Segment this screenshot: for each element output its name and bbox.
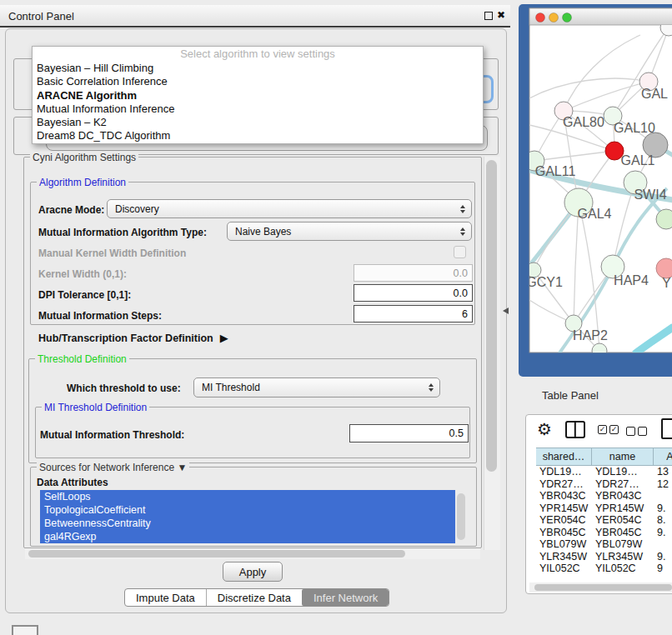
settings-vertical-scrollbar-thumb[interactable] [486,160,497,472]
apply-button[interactable]: Apply [223,562,283,582]
node-label: GAL11 [535,164,576,178]
list-item[interactable]: SelfLoops [40,490,455,503]
unselect-all-checkbox-icon[interactable] [638,427,647,436]
close-traffic-light[interactable] [536,13,545,22]
list-item[interactable]: BetweennessCentrality [40,517,455,530]
table-row[interactable]: YDL19…YDL19…13 [536,466,672,478]
table-row[interactable]: YDR27…YDR27…12 [536,478,672,491]
table-row[interactable]: YIL052CYIL052C9 [536,562,672,574]
column-header[interactable]: name [592,448,654,466]
minimized-panel-icon[interactable] [12,625,38,635]
network-view-window[interactable]: GALGAL80GAL10GAL11SWI4GAL4GCY1HAP4YHAP2G… [519,4,672,377]
table-cell: 8. [654,514,672,527]
table-cell: YBL079W [536,538,592,551]
mi-threshold-field[interactable]: 0.5 [349,424,469,442]
node-label: GCY1 [526,275,563,289]
column-header[interactable]: A [654,448,672,466]
dropdown-prompt: Select algorithm to view settings [33,47,483,62]
minimize-traffic-light[interactable] [549,13,559,22]
mi-algorithm-type-combobox[interactable]: Naive Bayes [227,222,472,241]
tab-infer-network[interactable]: Infer Network [302,589,389,606]
combobox-value: MI Threshold [202,382,260,393]
table-row[interactable]: YBR045CYBR045C9. [536,527,672,539]
tab-label: Impute Data [136,592,195,604]
group-legend: Threshold Definition [35,353,129,365]
table-cell: 9. [654,551,672,563]
select-all-checkbox-icon[interactable]: ✓ [609,425,619,434]
bottom-tabbar: Impute Data Discretize Data Infer Networ… [124,588,389,607]
hub-transcription-factor-toggle[interactable]: Hub/Transcription Factor Definition▶ [38,332,228,344]
import-table-icon[interactable] [661,418,672,439]
table-cell: 12 [654,478,672,491]
stepper-arrows-icon [429,383,434,392]
dropdown-item-aracne[interactable]: ARACNE Algorithm [33,89,483,102]
aracne-mode-combobox[interactable]: Discovery [107,199,472,218]
table-horizontal-scrollbar-thumb[interactable] [534,584,672,591]
gear-icon[interactable]: ⚙ [537,419,552,439]
table-cell: 9 [654,562,672,574]
traffic-lights[interactable] [536,13,572,22]
table-cell: YER054C [536,514,592,527]
node-label: GAL4 [578,207,612,221]
list-item[interactable]: TopologicalCoefficient [40,503,455,517]
column-header[interactable]: shared… [536,448,592,466]
table-row[interactable]: YLR345WYLR345W9. [536,551,672,563]
node-label: GAL [641,87,668,101]
unselect-all-checkbox-icon[interactable] [626,427,635,436]
settings-horizontal-scrollbar-thumb[interactable] [28,550,405,558]
combobox-value: Discovery [115,203,159,215]
sources-legend-toggle[interactable]: Sources for Network Inference ▼ [37,462,189,473]
table-cell: YLR345W [592,551,654,563]
table-row[interactable]: YBL079WYBL079W [536,538,672,551]
dropdown-item[interactable]: Dream8 DC_TDC Algorithm [33,129,483,142]
table-cell: YIL052C [592,562,654,574]
node-label: GAL80 [563,115,604,129]
list-item[interactable]: gal4RGexp [40,530,455,543]
column-view-icon[interactable] [565,421,585,438]
group-legend: Algorithm Definition [37,177,128,188]
zoom-traffic-light[interactable] [563,13,572,22]
which-threshold-combobox[interactable]: MI Threshold [193,378,440,398]
network-node[interactable] [656,209,672,229]
dpi-tolerance-field[interactable]: 0.0 [354,284,473,302]
stepper-arrows-icon [460,205,465,213]
table-cell: YER054C [592,514,654,527]
mouse-cursor [503,308,509,314]
table-cell [654,490,672,502]
data-attributes-label: Data Attributes [37,477,108,488]
table-row[interactable]: YBR043CYBR043C [536,490,672,502]
table-cell: YLR345W [536,551,592,563]
float-window-icon[interactable] [484,12,493,20]
table-cell [654,538,672,551]
manual-kernel-width-checkbox[interactable] [454,246,466,258]
tab-label: Discretize Data [218,592,291,604]
node-label: GAL10 [614,121,655,135]
table-cell: YIL052C [536,562,592,574]
mi-steps-field[interactable]: 6 [354,305,473,322]
select-all-checkbox-icon[interactable]: ✓ [598,425,607,434]
table-cell: YBR045C [536,527,592,539]
list-scrollbar-thumb[interactable] [457,493,465,540]
table-panel-title: Table Panel [542,389,599,402]
dropdown-item[interactable]: Basic Correlation Inference [33,75,483,88]
dropdown-item[interactable]: Mutual Information Inference [33,102,483,116]
table-cell: YBL079W [592,538,654,551]
tab-impute-data[interactable]: Impute Data [125,589,206,606]
table-header-row: shared…nameA [536,448,672,466]
node-table[interactable]: shared…nameA YDL19…YDL19…13YDR27…YDR27…1… [536,448,672,574]
hub-label: Hub/Transcription Factor Definition [38,332,213,344]
table-row[interactable]: YPR145WYPR145W9. [536,502,672,515]
table-cell: 13 [654,466,672,478]
table-row[interactable]: YER054CYER054C8. [536,514,672,527]
kernel-width-field[interactable]: 0.0 [354,264,473,282]
dropdown-item[interactable]: Bayesian – Hill Climbing [33,62,483,75]
table-cell: YPR145W [536,502,592,515]
node-label: GAL1 [621,153,655,168]
dropdown-item[interactable]: Bayesian – K2 [33,116,483,129]
close-icon[interactable]: ✖ [497,9,505,21]
node-label: HAP4 [614,273,649,288]
table-cell: YDL19… [592,466,654,478]
node-label: HAP2 [573,328,608,342]
table-cell: YBR043C [536,490,592,502]
tab-discretize-data[interactable]: Discretize Data [206,589,302,606]
